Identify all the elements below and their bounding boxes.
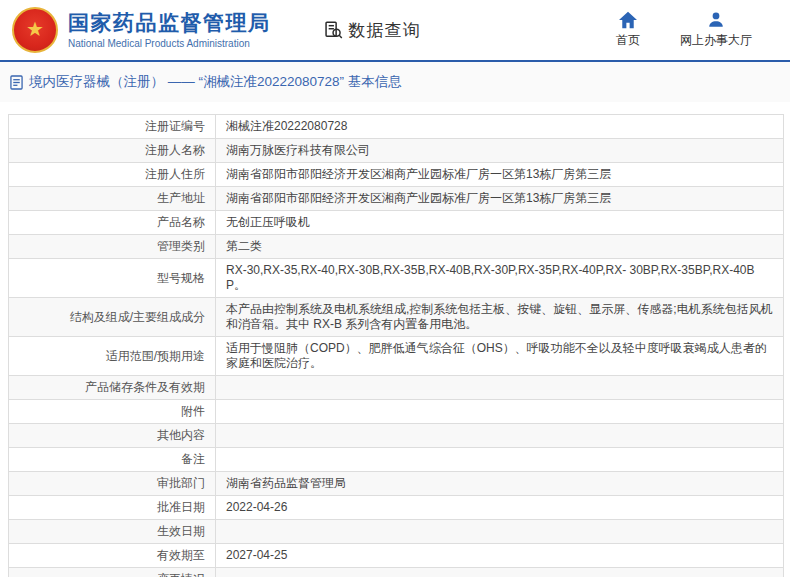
table-row: 适用范围/预期用途适用于慢阻肺（COPD）、肥胖低通气综合征（OHS）、呼吸功能… [9, 337, 784, 376]
field-value [216, 376, 784, 400]
field-label: 其他内容 [9, 424, 216, 448]
table-row: 生效日期 [9, 520, 784, 544]
table-row: 产品储存条件及有效期 [9, 376, 784, 400]
field-value [216, 520, 784, 544]
field-label-text: 管理类别 [157, 239, 205, 253]
field-label-text: 产品名称 [157, 215, 205, 229]
emblem-star-icon: ★ [26, 19, 44, 39]
field-value: 湖南省邵阳市邵阳经济开发区湘商产业园标准厂房一区第13栋厂房第三层 [216, 163, 784, 187]
field-label: 适用范围/预期用途 [9, 337, 216, 376]
table-row: 审批部门湖南省药品监督管理局 [9, 472, 784, 496]
agency-title-block: 国家药品监督管理局 National Medical Products Admi… [68, 11, 271, 48]
detail-table-body: 注册证编号湘械注准20222080728注册人名称湖南万脉医疗科技有限公司注册人… [9, 115, 784, 577]
table-row: 注册人名称湖南万脉医疗科技有限公司 [9, 139, 784, 163]
field-value: RX-30,RX-35,RX-40,RX-30B,RX-35B,RX-40B,R… [216, 259, 784, 298]
field-value: 适用于慢阻肺（COPD）、肥胖低通气综合征（OHS）、呼吸功能不全以及轻中度呼吸… [216, 337, 784, 376]
document-search-icon [323, 20, 344, 41]
field-value [216, 400, 784, 424]
data-query-label: 数据查询 [349, 19, 421, 42]
field-label: 生产地址 [9, 187, 216, 211]
user-icon [707, 11, 725, 29]
field-label-text: 型号规格 [157, 271, 205, 285]
field-value: 湖南省邵阳市邵阳经济开发区湘商产业园标准厂房一区第13栋厂房第三层 [216, 187, 784, 211]
table-row: 管理类别第二类 [9, 235, 784, 259]
field-label-text: 附件 [181, 404, 205, 418]
field-label: 备注 [9, 448, 216, 472]
table-row: 注册证编号湘械注准20222080728 [9, 115, 784, 139]
field-value: 2027-04-25 [216, 544, 784, 568]
nav-home[interactable]: 首页 [616, 11, 640, 49]
data-query-title: 数据查询 [323, 19, 421, 42]
field-label: 注册证编号 [9, 115, 216, 139]
field-value: 第二类 [216, 235, 784, 259]
home-icon [618, 11, 638, 29]
registration-detail-table: 注册证编号湘械注准20222080728注册人名称湖南万脉医疗科技有限公司注册人… [8, 114, 784, 577]
field-label-text: 适用范围/预期用途 [106, 349, 205, 363]
breadcrumb-text: 境内医疗器械（注册） —— “湘械注准20222080728” 基本信息 [29, 73, 402, 91]
field-value [216, 424, 784, 448]
table-row: 有效期至2027-04-25 [9, 544, 784, 568]
field-label-text: 生产地址 [157, 191, 205, 205]
field-label-text: 注册人住所 [145, 167, 205, 181]
field-label: 注册人住所 [9, 163, 216, 187]
table-row: 变更情况 [9, 568, 784, 577]
document-icon [10, 75, 23, 90]
field-value [216, 568, 784, 577]
field-label: 型号规格 [9, 259, 216, 298]
field-label-text: 结构及组成/主要组成成分 [70, 310, 205, 324]
agency-name-cn: 国家药品监督管理局 [68, 11, 271, 35]
table-row: 结构及组成/主要组成成分本产品由控制系统及电机系统组成,控制系统包括主板、按键、… [9, 298, 784, 337]
field-label-text: 注册人名称 [145, 143, 205, 157]
field-value [216, 448, 784, 472]
field-value: 无创正压呼吸机 [216, 211, 784, 235]
field-label-text: 审批部门 [157, 476, 205, 490]
site-header: ★ 国家药品监督管理局 National Medical Products Ad… [0, 0, 790, 62]
header-nav: 首页 网上办事大厅 [616, 11, 778, 49]
field-label: 产品储存条件及有效期 [9, 376, 216, 400]
field-label-text: 备注 [181, 452, 205, 466]
breadcrumb: 境内医疗器械（注册） —— “湘械注准20222080728” 基本信息 [0, 62, 790, 102]
table-row: 其他内容 [9, 424, 784, 448]
field-label: 附件 [9, 400, 216, 424]
nav-home-label: 首页 [616, 32, 640, 49]
field-label-text: 产品储存条件及有效期 [85, 380, 205, 394]
table-row: 注册人住所湖南省邵阳市邵阳经济开发区湘商产业园标准厂房一区第13栋厂房第三层 [9, 163, 784, 187]
field-value: 2022-04-26 [216, 496, 784, 520]
nav-online-hall-label: 网上办事大厅 [680, 32, 752, 49]
table-row: 型号规格RX-30,RX-35,RX-40,RX-30B,RX-35B,RX-4… [9, 259, 784, 298]
field-label-text: 其他内容 [157, 428, 205, 442]
field-label: 审批部门 [9, 472, 216, 496]
field-label-text: 生效日期 [157, 524, 205, 538]
field-value: 本产品由控制系统及电机系统组成,控制系统包括主板、按键、旋钮、显示屏、传感器;电… [216, 298, 784, 337]
field-label-text: 有效期至 [157, 548, 205, 562]
field-label: 变更情况 [9, 568, 216, 577]
agency-name-en: National Medical Products Administration [68, 38, 271, 49]
table-row: 批准日期2022-04-26 [9, 496, 784, 520]
field-label: 注册人名称 [9, 139, 216, 163]
table-row: 附件 [9, 400, 784, 424]
field-label-text: 变更情况 [157, 572, 205, 577]
table-row: 备注 [9, 448, 784, 472]
field-label: 有效期至 [9, 544, 216, 568]
field-label-text: 批准日期 [157, 500, 205, 514]
table-row: 生产地址湖南省邵阳市邵阳经济开发区湘商产业园标准厂房一区第13栋厂房第三层 [9, 187, 784, 211]
field-label: 批准日期 [9, 496, 216, 520]
field-label: 结构及组成/主要组成成分 [9, 298, 216, 337]
field-label-text: 注册证编号 [145, 119, 205, 133]
nav-online-hall[interactable]: 网上办事大厅 [680, 11, 752, 49]
field-value: 湘械注准20222080728 [216, 115, 784, 139]
national-emblem-logo: ★ [12, 7, 58, 53]
field-label: 管理类别 [9, 235, 216, 259]
field-label: 生效日期 [9, 520, 216, 544]
field-label: 产品名称 [9, 211, 216, 235]
field-value: 湖南省药品监督管理局 [216, 472, 784, 496]
table-row: 产品名称无创正压呼吸机 [9, 211, 784, 235]
field-value: 湖南万脉医疗科技有限公司 [216, 139, 784, 163]
